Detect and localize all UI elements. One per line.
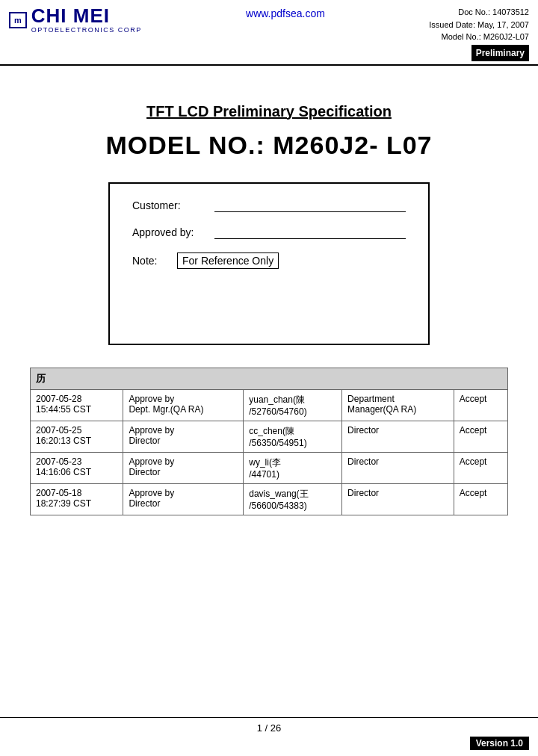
logo-m-box: m <box>9 12 27 28</box>
status-cell: Accept <box>454 483 507 515</box>
website-link[interactable]: www.pdfsea.com <box>142 7 430 19</box>
action-cell: Approve byDirector <box>123 452 244 483</box>
title-section: TFT LCD Preliminary Specification MODEL … <box>30 103 508 160</box>
history-table-section: 历 2007-05-2815:44:55 CST Approve byDept.… <box>30 368 508 515</box>
note-row: Note: For Reference Only <box>132 252 406 269</box>
action-cell: Approve byDept. Mgr.(QA RA) <box>123 389 244 421</box>
status-cell: Accept <box>454 452 507 483</box>
history-table: 历 2007-05-2815:44:55 CST Approve byDept.… <box>30 368 508 515</box>
status-cell: Accept <box>454 389 507 421</box>
person-cell: davis_wang(王/56600/54383) <box>244 483 342 515</box>
approved-line <box>214 226 406 239</box>
customer-line <box>214 199 406 212</box>
date-cell: 2007-05-1818:27:39 CST <box>31 483 123 515</box>
doc-no: Doc No.: 14073512 <box>429 6 529 19</box>
logo-area: m CHI MEI OPTOELECTRONICS CORP <box>9 6 142 34</box>
subtitle: TFT LCD Preliminary Specification <box>30 103 508 120</box>
person-cell: wy_li(李/44701) <box>244 452 342 483</box>
logo-sub: OPTOELECTRONICS CORP <box>31 26 142 34</box>
preliminary-badge: Preliminary <box>471 45 529 61</box>
header-bar: m CHI MEI OPTOELECTRONICS CORP www.pdfse… <box>0 0 538 66</box>
person-cell: yuan_chan(陳/52760/54760) <box>244 389 342 421</box>
doc-info: Doc No.: 14073512 Issued Date: May, 17, … <box>429 6 529 61</box>
table-row: 2007-05-2815:44:55 CST Approve byDept. M… <box>31 389 508 421</box>
note-value: For Reference Only <box>177 252 279 269</box>
page-number: 1 / 26 <box>257 722 282 734</box>
model-title: MODEL NO.: M260J2- L07 <box>30 131 508 160</box>
table-row: 2007-05-2314:16:06 CST Approve byDirecto… <box>31 452 508 483</box>
table-row: 2007-05-1818:27:39 CST Approve byDirecto… <box>31 483 508 515</box>
version-badge: Version 1.0 <box>470 737 529 750</box>
info-box: Customer: Approved by: Note: For Referen… <box>108 182 430 345</box>
action-cell: Approve byDirector <box>123 483 244 515</box>
approved-label: Approved by: <box>132 226 214 238</box>
approved-row: Approved by: <box>132 226 406 239</box>
role-cell: Director <box>342 452 454 483</box>
action-cell: Approve byDirector <box>123 421 244 452</box>
role-cell: DepartmentManager(QA RA) <box>342 389 454 421</box>
date-cell: 2007-05-2815:44:55 CST <box>31 389 123 421</box>
customer-row: Customer: <box>132 199 406 212</box>
role-cell: Director <box>342 421 454 452</box>
logo-text: CHI MEI OPTOELECTRONICS CORP <box>31 6 142 34</box>
date-cell: 2007-05-2516:20:13 CST <box>31 421 123 452</box>
table-row: 2007-05-2516:20:13 CST Approve byDirecto… <box>31 421 508 452</box>
note-label: Note: <box>132 255 177 267</box>
issued-date: Issued Date: May, 17, 2007 <box>429 19 529 31</box>
role-cell: Director <box>342 483 454 515</box>
customer-label: Customer: <box>132 199 214 211</box>
main-content: TFT LCD Preliminary Specification MODEL … <box>0 66 538 530</box>
logo-m: m <box>14 16 22 25</box>
model-no: Model No.: M260J2-L07 <box>429 31 529 43</box>
logo-name: CHI MEI <box>31 6 142 25</box>
status-cell: Accept <box>454 421 507 452</box>
table-header: 历 <box>31 368 508 389</box>
footer: 1 / 26 <box>0 717 538 734</box>
person-cell: cc_chen(陳/56350/54951) <box>244 421 342 452</box>
date-cell: 2007-05-2314:16:06 CST <box>31 452 123 483</box>
